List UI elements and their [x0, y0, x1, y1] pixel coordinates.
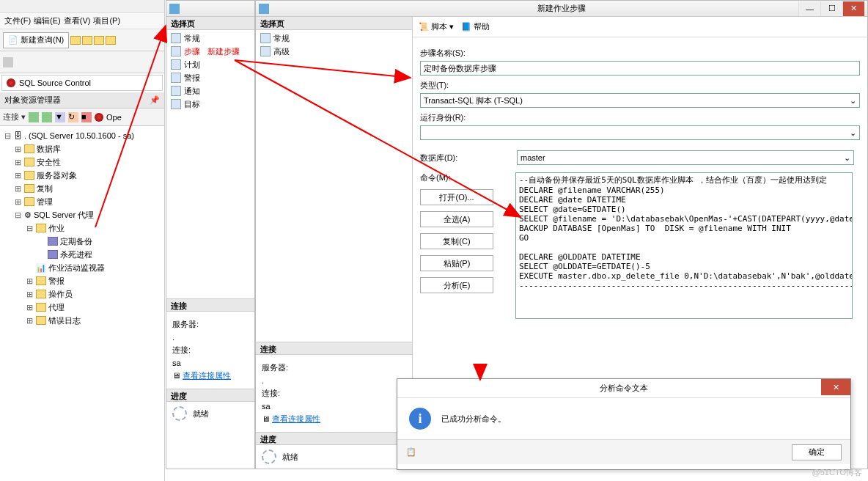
runas-select[interactable]: ⌄: [420, 125, 860, 140]
menu-view[interactable]: 查看(V): [64, 15, 91, 26]
toggle-icon[interactable]: ⊞: [13, 158, 22, 167]
tree-activity-monitor[interactable]: 📊作业活动监视器: [3, 261, 161, 274]
copy-msg-icon[interactable]: 📋: [406, 447, 416, 457]
page-icon: [260, 33, 271, 43]
conn-label: 连接:: [172, 345, 249, 356]
toggle-icon[interactable]: ⊞: [13, 197, 22, 207]
tree-job-kill[interactable]: 杀死进程: [3, 248, 161, 261]
ready-label: 就绪: [193, 408, 209, 419]
paste-button[interactable]: 粘贴(P): [420, 255, 493, 271]
object-explorer-tree: ⊟🗄. (SQL Server 10.50.1600 - sa) ⊞数据库 ⊞安…: [0, 126, 164, 330]
help-icon: 📘: [461, 22, 471, 31]
page-label: 警报: [184, 73, 200, 84]
tree-job-backup[interactable]: 定期备份: [3, 235, 161, 248]
tree-replication[interactable]: ⊞复制: [3, 182, 161, 195]
sql-source-control-tab[interactable]: SQL Source Control: [1, 75, 163, 91]
tree-alerts[interactable]: ⊞警报: [3, 274, 161, 287]
stop-icon[interactable]: ■: [81, 112, 92, 122]
view-conn-props-link[interactable]: 查看连接属性: [183, 371, 231, 380]
open-btn-partial[interactable]: Ope: [106, 113, 122, 122]
refresh-icon[interactable]: ↻: [68, 112, 78, 122]
close-button[interactable]: ✕: [842, 1, 864, 16]
toggle-icon[interactable]: ⊟: [3, 131, 12, 141]
minimize-button[interactable]: —: [798, 1, 820, 16]
node-label: 操作员: [48, 289, 73, 300]
connect-dropdown[interactable]: 连接 ▾: [3, 111, 26, 122]
toggle-icon[interactable]: ⊞: [25, 276, 34, 286]
page-steps[interactable]: 步骤 新建步骤: [168, 45, 253, 58]
tree-sql-agent[interactable]: ⊟⚙SQL Server 代理: [3, 208, 161, 221]
command-button-column: 打开(O)... 全选(A) 复制(C) 粘贴(P) 分析(E): [420, 189, 493, 293]
toolbar-icon-2[interactable]: [82, 36, 92, 45]
pin-icon[interactable]: 📌: [150, 95, 160, 105]
copy-button[interactable]: 复制(C): [420, 233, 493, 249]
command-label: 命令(M):: [420, 172, 508, 183]
select-all-button[interactable]: 全选(A): [420, 211, 493, 227]
progress-block: 就绪: [166, 402, 254, 425]
view-conn-props-link-2[interactable]: 查看连接属性: [272, 414, 320, 423]
new-query-button[interactable]: 📄 新建查询(N): [3, 32, 69, 48]
page-general-2[interactable]: 常规: [257, 32, 411, 45]
menu-file[interactable]: 文件(F): [4, 15, 31, 26]
tree-security[interactable]: ⊞安全性: [3, 155, 161, 169]
chevron-down-icon: ⌄: [850, 128, 856, 138]
toolbar-icon-3[interactable]: [94, 36, 104, 45]
ok-button[interactable]: 确定: [792, 444, 842, 460]
connect-icon-2[interactable]: [42, 112, 52, 122]
menu-project[interactable]: 项目(P): [93, 15, 120, 26]
maximize-button[interactable]: ☐: [820, 1, 842, 16]
command-textarea[interactable]: --自动备份并保存最近5天的SQL数据库作业脚本 ，结合作业（百度）一起使用达到…: [515, 172, 853, 319]
dialog2-title: 新建作业步骤: [537, 3, 586, 14]
open-button[interactable]: 打开(O)...: [420, 189, 493, 205]
tree-operators[interactable]: ⊞操作员: [3, 287, 161, 301]
script-dropdown[interactable]: 📜 脚本 ▾: [419, 21, 454, 32]
toggle-icon[interactable]: ⊟: [13, 210, 22, 220]
type-select[interactable]: Transact-SQL 脚本 (T-SQL)⌄: [420, 93, 860, 108]
connect-toolbar: 连接 ▾ ▼ ↻ ■ Ope: [0, 109, 164, 126]
page-general[interactable]: 常规: [168, 32, 253, 45]
page-notifications[interactable]: 通知: [168, 84, 253, 98]
database-select[interactable]: master⌄: [517, 150, 854, 165]
page-schedules[interactable]: 计划: [168, 58, 253, 71]
tree-server-objects[interactable]: ⊞服务器对象: [3, 169, 161, 182]
form-area: 步骤名称(S): 类型(T): Transact-SQL 脚本 (T-SQL)⌄…: [413, 37, 867, 325]
tree-server-root[interactable]: ⊟🗄. (SQL Server 10.50.1600 - sa): [3, 129, 161, 142]
tree-databases[interactable]: ⊞数据库: [3, 142, 161, 155]
toggle-icon[interactable]: ⊞: [25, 290, 34, 299]
help-label: 帮助: [474, 22, 490, 31]
step-name-label: 步骤名称(S):: [420, 48, 860, 59]
toggle-icon[interactable]: ⊞: [13, 184, 22, 194]
toggle-icon[interactable]: ⊞: [25, 316, 34, 326]
parse-button[interactable]: 分析(E): [420, 277, 493, 293]
tree-jobs[interactable]: ⊟作业: [3, 221, 161, 235]
toolbar2-icon[interactable]: [3, 57, 13, 67]
ssms-toolbar-2: [0, 51, 164, 73]
page-label: 通知: [184, 86, 200, 97]
type-label: 类型(T):: [420, 80, 860, 91]
tree-error-log[interactable]: ⊞错误日志: [3, 314, 161, 327]
page-label: 高级: [273, 46, 290, 57]
connection-block-2: 服务器: . 连接: sa 🖥 查看连接属性: [256, 355, 412, 432]
filter-icon[interactable]: ▼: [55, 112, 65, 122]
toggle-icon[interactable]: ⊞: [13, 171, 22, 180]
menu-edit[interactable]: 编辑(E): [34, 15, 61, 26]
tree-proxies[interactable]: ⊞代理: [3, 301, 161, 314]
tree-management[interactable]: ⊞管理: [3, 195, 161, 208]
node-label: 复制: [37, 183, 53, 194]
page-targets[interactable]: 目标: [168, 98, 253, 111]
toggle-icon[interactable]: ⊞: [13, 144, 22, 154]
select-page-list-2: 常规 高级: [256, 30, 412, 59]
page-advanced[interactable]: 高级: [257, 45, 411, 58]
node-label: 错误日志: [48, 315, 81, 326]
connect-icon-1[interactable]: [29, 112, 39, 122]
toolbar-icon-1[interactable]: [70, 36, 81, 45]
msg-close-button[interactable]: ✕: [821, 379, 850, 395]
page-alerts[interactable]: 警报: [168, 71, 253, 84]
parse-result-dialog: 分析命令文本 ✕ i 已成功分析命令。 📋 确定: [397, 378, 851, 470]
red-ball-icon[interactable]: [95, 113, 103, 122]
toggle-icon[interactable]: ⊟: [25, 224, 34, 233]
help-button[interactable]: 📘 帮助: [461, 21, 490, 32]
toolbar-icon-4[interactable]: [106, 36, 116, 45]
toggle-icon[interactable]: ⊞: [25, 303, 34, 312]
step-name-input[interactable]: [420, 61, 860, 76]
